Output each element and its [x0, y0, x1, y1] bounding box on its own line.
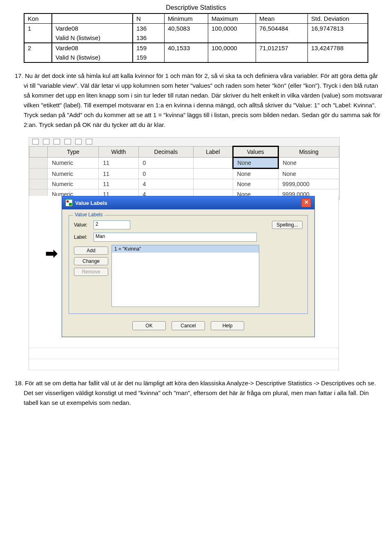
r4-n: 159	[133, 53, 165, 62]
help-button[interactable]: Help	[211, 321, 244, 330]
r2-n: 136	[133, 33, 165, 43]
vv-hdr-values[interactable]: Values	[233, 147, 278, 158]
fieldset-legend: Value Labels	[73, 212, 105, 218]
dialog-title: Value Labels	[75, 200, 107, 206]
r3-mean: 71,012157	[256, 43, 308, 53]
toolbar-icon[interactable]	[43, 139, 49, 144]
stats-title: Descriptive Statistics	[8, 4, 384, 11]
r1-sd: 16,9747813	[308, 24, 368, 33]
stats-table: Kon N Minimum Maximum Mean Std. Deviatio…	[24, 13, 368, 63]
remove-button[interactable]: Remove	[74, 268, 108, 276]
value-labels-listbox[interactable]: 1 = "Kvinna"	[111, 245, 259, 307]
label-input[interactable]: Man	[94, 233, 257, 242]
r1-var: Varde08	[52, 24, 133, 33]
grid-empty-row	[29, 337, 339, 348]
vv-hdr-type[interactable]: Type	[48, 147, 99, 158]
value-label: Value:	[74, 222, 91, 228]
hdr-n: N	[133, 13, 165, 24]
toolbar-icon[interactable]	[65, 139, 71, 144]
r3-sd: 13,4247788	[308, 43, 368, 53]
spelling-button[interactable]: Spelling...	[272, 221, 303, 229]
r4-var: Valid N (listwise)	[52, 53, 133, 62]
cancel-button[interactable]: Cancel	[172, 321, 205, 330]
change-button[interactable]: Change	[74, 257, 108, 265]
r3-n: 159	[133, 43, 165, 53]
r1-mean: 76,504484	[256, 24, 308, 33]
add-button[interactable]: Add	[74, 247, 108, 255]
list-item[interactable]: 1 = "Kvinna"	[112, 245, 259, 253]
toolbar-icon[interactable]	[75, 139, 82, 144]
vv-hdr-missing[interactable]: Missing	[278, 147, 339, 158]
hdr-sd: Std. Deviation	[308, 13, 368, 24]
toolbar-icon[interactable]	[86, 139, 92, 144]
r2-var: Valid N (listwise)	[52, 33, 133, 43]
vv-hdr-label[interactable]: Label	[194, 147, 233, 158]
hdr-kon: Kon	[24, 13, 52, 24]
value-input[interactable]: 2	[94, 220, 130, 229]
paragraph-18: 18. För att se om detta har fallit väl u…	[24, 378, 384, 408]
toolbar-icon[interactable]	[32, 139, 39, 144]
label-label: Label:	[74, 234, 91, 240]
toolbar-icon[interactable]	[53, 139, 60, 144]
table-row[interactable]: Numeric110NoneNone	[29, 158, 339, 169]
value-labels-dialog: Value Labels ✕ Value Labels Value: 2 Spe…	[62, 196, 315, 337]
hdr-mean: Mean	[256, 13, 308, 24]
variable-view: Type Width Decimals Label Values Missing…	[29, 137, 340, 200]
r1-min: 40,5083	[165, 24, 208, 33]
grid-empty-row	[29, 348, 339, 359]
dialog-app-icon	[65, 199, 73, 207]
r4-kon	[24, 53, 52, 62]
dialog-titlebar[interactable]: Value Labels ✕	[62, 196, 314, 209]
variable-view-table: Type Width Decimals Label Values Missing…	[29, 146, 339, 200]
hdr-blank	[52, 13, 133, 24]
hdr-min: Minimum	[165, 13, 208, 24]
r1-max: 100,0000	[208, 24, 256, 33]
paragraph-17: 17. Nu är det dock inte så himla kul att…	[24, 71, 384, 130]
r3-var: Varde08	[52, 43, 133, 53]
ok-button[interactable]: OK	[132, 321, 166, 330]
r2-kon	[24, 33, 52, 43]
vv-hdr-decimals[interactable]: Decimals	[138, 147, 194, 158]
toolbar	[29, 138, 339, 146]
grid-empty-row	[29, 359, 339, 370]
r1-n: 136	[133, 24, 165, 33]
hdr-max: Maximum	[208, 13, 256, 24]
r1-kon: 1	[24, 24, 52, 33]
r3-max: 100,0000	[208, 43, 256, 53]
vv-hdr-width[interactable]: Width	[99, 147, 138, 158]
close-icon[interactable]: ✕	[301, 198, 311, 207]
r3-kon: 2	[24, 43, 52, 53]
table-row[interactable]: Numeric114None9999,0000	[29, 179, 339, 189]
r3-min: 40,1533	[165, 43, 208, 53]
arrow-icon: ➡	[45, 245, 58, 262]
table-row[interactable]: Numeric110NoneNone	[29, 169, 339, 179]
